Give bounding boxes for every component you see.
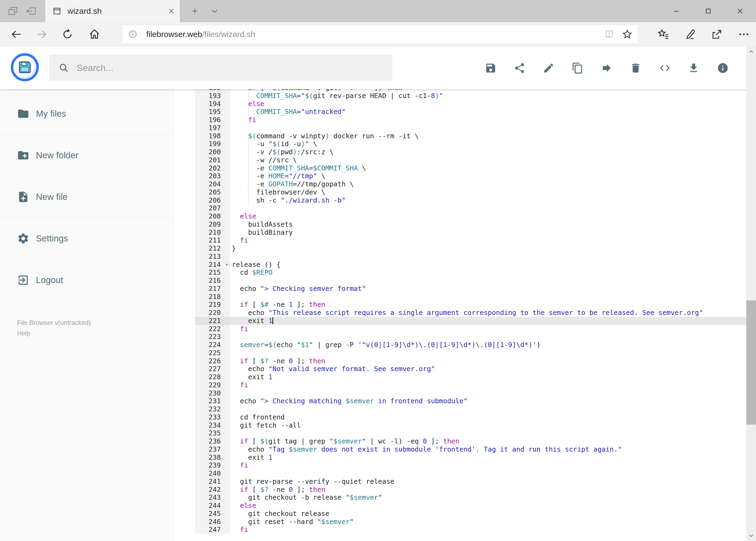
code-line[interactable]: 247 fi <box>174 526 746 534</box>
code-line[interactable]: 220 echo "This release script requires a… <box>174 309 746 317</box>
scrollbar-thumb[interactable] <box>746 300 756 425</box>
code-line[interactable]: 195 COMMIT_SHA="untracked" <box>174 108 746 116</box>
code-line[interactable]: 229 fi <box>174 381 746 389</box>
scroll-down-button[interactable] <box>746 530 756 541</box>
sidebar-item-my-files[interactable]: My files <box>0 105 174 122</box>
code-line[interactable]: 221 exit 1 <box>174 317 746 325</box>
code-line[interactable]: 245 git checkout release <box>174 510 746 518</box>
back-button[interactable] <box>6 22 26 46</box>
close-tab-button[interactable] <box>165 5 177 17</box>
scroll-up-button[interactable] <box>746 46 756 57</box>
minimize-button[interactable] <box>660 0 692 22</box>
code-line[interactable]: 218 <box>174 293 746 301</box>
code-line[interactable]: 222 fi <box>174 325 746 333</box>
code-line[interactable]: 230 <box>174 389 746 397</box>
code-line[interactable]: 199 -u "$(id -u)" \ <box>174 140 746 148</box>
code-line[interactable]: 227 echo "Not valid semver format. See s… <box>174 365 746 373</box>
sidebar-item-new-folder[interactable]: New folder <box>0 147 174 164</box>
browser-tab[interactable]: wizard.sh <box>45 0 180 22</box>
info-button[interactable] <box>717 62 729 74</box>
code-line[interactable]: 217 echo "> Checking semver format" <box>174 285 746 293</box>
favorite-star-icon[interactable] <box>622 29 633 40</box>
set-tabs-aside-icon[interactable] <box>25 5 37 17</box>
code-line[interactable]: 233 cd frontend <box>174 413 746 421</box>
more-button[interactable] <box>734 22 754 46</box>
forward-button[interactable] <box>32 22 52 46</box>
code-line[interactable]: 236 if [ $(git tag | grep "$semver" | wc… <box>174 437 746 445</box>
sidebar-item-new-file[interactable]: New file <box>0 189 174 205</box>
code-line[interactable]: 241 git rev-parse --verify --quiet relea… <box>174 477 746 486</box>
code-line[interactable]: 228 exit 1 <box>174 373 746 381</box>
code-line[interactable]: 244 else <box>174 502 746 510</box>
code-line[interactable]: 225 <box>174 349 746 357</box>
code-line[interactable]: 208 else <box>174 212 746 221</box>
code-line[interactable]: 243 git checkout -b release "$semver" <box>174 493 746 502</box>
tab-preview-icon[interactable] <box>7 5 19 17</box>
code-line[interactable]: 232 <box>174 405 746 413</box>
source-code-button[interactable] <box>659 62 671 74</box>
code-line[interactable]: 207 <box>174 204 746 212</box>
code-line[interactable]: 242 if [ $? -ne 0 ]; then <box>174 486 746 494</box>
code-line[interactable]: 201 -w //src \ <box>174 156 746 164</box>
ink-button[interactable] <box>680 22 700 46</box>
search-bar[interactable] <box>49 55 392 81</box>
code-line[interactable]: 234 git fetch --all <box>174 421 746 429</box>
code-line[interactable]: 240 <box>174 469 746 477</box>
copy-button[interactable] <box>572 62 584 74</box>
tab-list-button[interactable] <box>208 5 221 17</box>
code-line[interactable]: 215 cd $REPO <box>174 269 746 276</box>
code-editor[interactable]: 192 if [ "$(command -v git)" != "" ]; th… <box>174 84 746 541</box>
close-window-button[interactable] <box>724 0 756 22</box>
refresh-button[interactable] <box>57 22 78 46</box>
code-line[interactable]: 216 <box>174 276 746 285</box>
fold-arrow-icon[interactable]: ▾ <box>225 261 228 269</box>
code-line[interactable]: 214▾release () { <box>174 261 746 269</box>
home-button[interactable] <box>84 22 105 46</box>
code-line[interactable]: 235 <box>174 429 746 437</box>
code-line[interactable]: 205 filebrowser/dev \ <box>174 188 746 196</box>
code-line[interactable]: 212} <box>174 245 746 253</box>
help-link[interactable]: Help <box>17 328 91 338</box>
code-line[interactable]: 198 $(command -v winpty) docker run --rm… <box>174 132 746 140</box>
code-line[interactable]: 219 if [ $# -ne 1 ]; then <box>174 300 746 309</box>
share-button[interactable] <box>514 62 526 74</box>
search-input[interactable] <box>76 62 392 74</box>
app-logo[interactable] <box>11 53 39 81</box>
code-line[interactable]: 238 exit 1 <box>174 453 746 462</box>
code-line[interactable]: 226 if [ $? -ne 0 ]; then <box>174 357 746 365</box>
share-page-button[interactable] <box>707 22 727 46</box>
code-line[interactable]: 202 -e COMMIT_SHA=$COMMIT_SHA \ <box>174 164 746 172</box>
code-line[interactable]: 237 echo "Tag $semver does not exist in … <box>174 445 746 453</box>
code-line[interactable]: 210 buildBinary <box>174 229 746 237</box>
code-line[interactable]: 200 -v /$(pwd):/src:z \ <box>174 148 746 156</box>
code-line[interactable]: 194 else <box>174 100 746 108</box>
site-info-icon[interactable] <box>128 30 137 39</box>
move-button[interactable] <box>601 62 613 74</box>
code-line[interactable]: 223 <box>174 333 746 341</box>
reading-view-icon[interactable] <box>604 29 615 40</box>
rename-button[interactable] <box>543 62 555 74</box>
maximize-button[interactable] <box>692 0 724 22</box>
code-line[interactable]: 231 echo "> Checking matching $semver in… <box>174 397 746 405</box>
save-button[interactable] <box>485 62 497 74</box>
code-line[interactable]: 209 buildAssets <box>174 221 746 229</box>
delete-button[interactable] <box>630 62 641 74</box>
code-line[interactable]: 197 <box>174 124 746 132</box>
download-button[interactable] <box>688 62 700 74</box>
address-bar[interactable]: filebrowser.web/files/wizard.sh <box>122 25 638 44</box>
code-line[interactable]: 211 fi <box>174 236 746 245</box>
sidebar-item-logout[interactable]: Logout <box>0 272 174 288</box>
page-scrollbar[interactable] <box>746 46 756 541</box>
code-line[interactable]: 213 <box>174 253 746 261</box>
code-line[interactable]: 206 sh -c "./wizard.sh -b" <box>174 196 746 205</box>
code-line[interactable]: 204 -e GOPATH=//tmp/gopath \ <box>174 180 746 188</box>
code-line[interactable]: 203 -e HOME="//tmp" \ <box>174 172 746 180</box>
code-line[interactable]: 246 git reset --hard "$semver" <box>174 518 746 526</box>
code-line[interactable]: 224 semver=$(echo "$1" | grep -P '^v(0|[… <box>174 341 746 349</box>
sidebar-item-settings[interactable]: Settings <box>0 230 174 247</box>
code-line[interactable]: 196 fi <box>174 116 746 124</box>
code-line[interactable]: 239 fi <box>174 461 746 469</box>
hub-button[interactable] <box>653 22 674 46</box>
code-line[interactable]: 193 COMMIT_SHA="$(git rev-parse HEAD | c… <box>174 92 746 100</box>
new-tab-button[interactable] <box>189 5 201 17</box>
